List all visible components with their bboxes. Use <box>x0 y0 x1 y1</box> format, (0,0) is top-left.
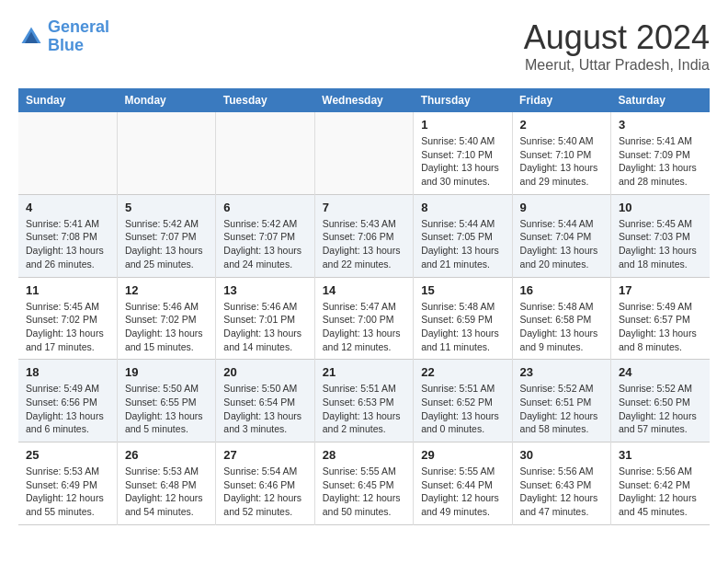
day-number: 11 <box>26 283 109 297</box>
page-header: General Blue August 2024 Meerut, Uttar P… <box>18 18 710 74</box>
logo-blue: Blue <box>48 36 84 54</box>
weekday-header: Saturday <box>611 88 710 112</box>
day-info: Sunrise: 5:42 AM Sunset: 7:07 PM Dayligh… <box>223 217 306 271</box>
day-number: 30 <box>520 448 603 462</box>
day-info: Sunrise: 5:50 AM Sunset: 6:55 PM Dayligh… <box>125 382 208 436</box>
day-number: 7 <box>323 201 405 214</box>
day-info: Sunrise: 5:52 AM Sunset: 6:51 PM Dayligh… <box>520 382 603 436</box>
weekday-header: Monday <box>117 88 215 112</box>
day-number: 21 <box>323 365 405 379</box>
calendar-cell: 3Sunrise: 5:41 AM Sunset: 7:09 PM Daylig… <box>611 112 710 194</box>
calendar-cell: 4Sunrise: 5:41 AM Sunset: 7:08 PM Daylig… <box>18 194 117 277</box>
calendar-cell: 30Sunrise: 5:56 AM Sunset: 6:43 PM Dayli… <box>512 442 610 525</box>
weekday-header: Wednesday <box>314 88 413 112</box>
day-number: 22 <box>421 365 504 379</box>
calendar-cell: 27Sunrise: 5:54 AM Sunset: 6:46 PM Dayli… <box>216 442 314 525</box>
calendar-cell: 13Sunrise: 5:46 AM Sunset: 7:01 PM Dayli… <box>216 277 314 360</box>
week-row: 4Sunrise: 5:41 AM Sunset: 7:08 PM Daylig… <box>18 194 710 277</box>
day-info: Sunrise: 5:55 AM Sunset: 6:44 PM Dayligh… <box>421 465 504 519</box>
logo-general: General <box>48 17 109 36</box>
day-info: Sunrise: 5:56 AM Sunset: 6:43 PM Dayligh… <box>520 465 603 519</box>
calendar-cell <box>216 112 314 194</box>
day-info: Sunrise: 5:41 AM Sunset: 7:08 PM Dayligh… <box>26 217 109 271</box>
day-number: 28 <box>323 448 405 462</box>
day-info: Sunrise: 5:46 AM Sunset: 7:02 PM Dayligh… <box>125 300 208 354</box>
day-info: Sunrise: 5:47 AM Sunset: 7:00 PM Dayligh… <box>323 300 405 354</box>
calendar-cell: 18Sunrise: 5:49 AM Sunset: 6:56 PM Dayli… <box>18 360 117 442</box>
day-number: 18 <box>26 365 109 379</box>
title-block: August 2024 Meerut, Uttar Pradesh, India <box>524 18 710 74</box>
day-info: Sunrise: 5:48 AM Sunset: 6:58 PM Dayligh… <box>520 300 603 354</box>
day-info: Sunrise: 5:53 AM Sunset: 6:49 PM Dayligh… <box>26 465 109 519</box>
week-row: 18Sunrise: 5:49 AM Sunset: 6:56 PM Dayli… <box>18 360 710 442</box>
calendar-cell: 26Sunrise: 5:53 AM Sunset: 6:48 PM Dayli… <box>117 442 215 525</box>
day-info: Sunrise: 5:50 AM Sunset: 6:54 PM Dayligh… <box>223 382 306 436</box>
calendar-cell <box>117 112 215 194</box>
calendar-cell: 20Sunrise: 5:50 AM Sunset: 6:54 PM Dayli… <box>216 360 314 442</box>
day-info: Sunrise: 5:49 AM Sunset: 6:57 PM Dayligh… <box>619 300 702 354</box>
day-number: 19 <box>125 365 208 379</box>
day-number: 1 <box>421 118 504 132</box>
day-number: 24 <box>619 365 702 379</box>
day-info: Sunrise: 5:51 AM Sunset: 6:53 PM Dayligh… <box>323 382 405 436</box>
day-number: 8 <box>421 201 504 214</box>
calendar-cell: 23Sunrise: 5:52 AM Sunset: 6:51 PM Dayli… <box>512 360 610 442</box>
day-info: Sunrise: 5:51 AM Sunset: 6:52 PM Dayligh… <box>421 382 504 436</box>
calendar-cell: 14Sunrise: 5:47 AM Sunset: 7:00 PM Dayli… <box>314 277 413 360</box>
day-number: 16 <box>520 283 603 297</box>
day-number: 31 <box>619 448 702 462</box>
calendar-title: August 2024 <box>524 18 710 57</box>
day-number: 6 <box>223 201 306 214</box>
day-info: Sunrise: 5:40 AM Sunset: 7:10 PM Dayligh… <box>520 134 603 189</box>
day-number: 12 <box>125 283 208 297</box>
weekday-header: Tuesday <box>216 88 314 112</box>
weekday-header: Sunday <box>18 88 117 112</box>
calendar-cell: 19Sunrise: 5:50 AM Sunset: 6:55 PM Dayli… <box>117 360 215 442</box>
day-info: Sunrise: 5:43 AM Sunset: 7:06 PM Dayligh… <box>323 217 405 271</box>
weekday-header: Friday <box>512 88 610 112</box>
day-number: 15 <box>421 283 504 297</box>
calendar-cell <box>18 112 117 194</box>
day-info: Sunrise: 5:54 AM Sunset: 6:46 PM Dayligh… <box>223 465 306 519</box>
day-number: 23 <box>520 365 603 379</box>
day-number: 20 <box>223 365 306 379</box>
week-row: 1Sunrise: 5:40 AM Sunset: 7:10 PM Daylig… <box>18 112 710 194</box>
calendar-cell: 11Sunrise: 5:45 AM Sunset: 7:02 PM Dayli… <box>18 277 117 360</box>
calendar-cell: 6Sunrise: 5:42 AM Sunset: 7:07 PM Daylig… <box>216 194 314 277</box>
day-number: 2 <box>520 118 603 132</box>
day-info: Sunrise: 5:53 AM Sunset: 6:48 PM Dayligh… <box>125 465 208 519</box>
calendar-cell: 17Sunrise: 5:49 AM Sunset: 6:57 PM Dayli… <box>611 277 710 360</box>
day-number: 9 <box>520 201 603 214</box>
day-info: Sunrise: 5:40 AM Sunset: 7:10 PM Dayligh… <box>421 134 504 189</box>
weekday-header: Thursday <box>414 88 512 112</box>
logo: General Blue <box>18 18 109 55</box>
calendar-cell: 10Sunrise: 5:45 AM Sunset: 7:03 PM Dayli… <box>611 194 710 277</box>
calendar-cell: 31Sunrise: 5:56 AM Sunset: 6:42 PM Dayli… <box>611 442 710 525</box>
day-info: Sunrise: 5:41 AM Sunset: 7:09 PM Dayligh… <box>619 134 702 189</box>
calendar-cell: 5Sunrise: 5:42 AM Sunset: 7:07 PM Daylig… <box>117 194 215 277</box>
calendar-cell: 28Sunrise: 5:55 AM Sunset: 6:45 PM Dayli… <box>314 442 413 525</box>
day-info: Sunrise: 5:56 AM Sunset: 6:42 PM Dayligh… <box>619 465 702 519</box>
calendar-cell: 21Sunrise: 5:51 AM Sunset: 6:53 PM Dayli… <box>314 360 413 442</box>
calendar-cell <box>314 112 413 194</box>
calendar-cell: 22Sunrise: 5:51 AM Sunset: 6:52 PM Dayli… <box>414 360 512 442</box>
calendar-cell: 7Sunrise: 5:43 AM Sunset: 7:06 PM Daylig… <box>314 194 413 277</box>
day-info: Sunrise: 5:42 AM Sunset: 7:07 PM Dayligh… <box>125 217 208 271</box>
day-info: Sunrise: 5:44 AM Sunset: 7:04 PM Dayligh… <box>520 217 603 271</box>
day-number: 3 <box>619 118 702 132</box>
calendar-cell: 24Sunrise: 5:52 AM Sunset: 6:50 PM Dayli… <box>611 360 710 442</box>
day-number: 26 <box>125 448 208 462</box>
calendar-cell: 8Sunrise: 5:44 AM Sunset: 7:05 PM Daylig… <box>414 194 512 277</box>
calendar-cell: 16Sunrise: 5:48 AM Sunset: 6:58 PM Dayli… <box>512 277 610 360</box>
day-number: 27 <box>223 448 306 462</box>
calendar-subtitle: Meerut, Uttar Pradesh, India <box>524 57 710 74</box>
week-row: 25Sunrise: 5:53 AM Sunset: 6:49 PM Dayli… <box>18 442 710 525</box>
calendar-cell: 15Sunrise: 5:48 AM Sunset: 6:59 PM Dayli… <box>414 277 512 360</box>
day-number: 5 <box>125 201 208 214</box>
calendar-cell: 2Sunrise: 5:40 AM Sunset: 7:10 PM Daylig… <box>512 112 610 194</box>
day-number: 17 <box>619 283 702 297</box>
day-info: Sunrise: 5:45 AM Sunset: 7:03 PM Dayligh… <box>619 217 702 271</box>
calendar-cell: 12Sunrise: 5:46 AM Sunset: 7:02 PM Dayli… <box>117 277 215 360</box>
day-info: Sunrise: 5:45 AM Sunset: 7:02 PM Dayligh… <box>26 300 109 354</box>
day-info: Sunrise: 5:44 AM Sunset: 7:05 PM Dayligh… <box>421 217 504 271</box>
